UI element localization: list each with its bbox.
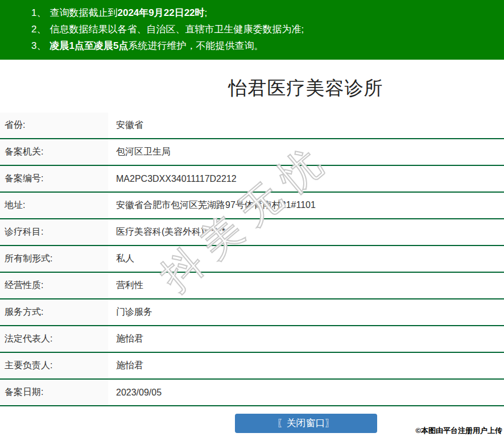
row-value: 安徽省合肥市包河区芜湖路97号体育南村21#1101 <box>108 193 316 218</box>
row-value: 包河区卫生局 <box>108 139 171 165</box>
close-window-button[interactable]: 〖关闭窗口〗 <box>235 414 377 433</box>
notice-text: ; <box>205 7 208 18</box>
row-label: 地址: <box>0 193 108 218</box>
row-label: 备案编号: <box>0 166 108 192</box>
table-row: 备案日期: 2023/09/05 <box>0 380 504 406</box>
page-title: 怡君医疗美容诊所 <box>0 76 504 101</box>
notice-text-bold: 2024年9月22日22时 <box>117 7 204 18</box>
row-value: 私人 <box>108 246 134 272</box>
notice-text: 系统进行维护，不能提供查询。 <box>128 40 263 51</box>
row-label: 法定代表人: <box>0 326 108 352</box>
row-value: 医疗美容科(美容外科)****** <box>108 219 225 245</box>
row-label: 备案日期: <box>0 380 108 405</box>
row-value: 营利性 <box>108 273 143 298</box>
table-row: 诊疗科目: 医疗美容科(美容外科)****** <box>0 219 504 246</box>
notice-text-bold: 凌晨1点至凌晨5点 <box>49 40 128 51</box>
notice-line-1: 1、查询数据截止到2024年9月22日22时; <box>31 5 504 21</box>
notice-banner: 1、查询数据截止到2024年9月22日22时; 2、信息数据结果以各省、自治区、… <box>0 0 504 60</box>
row-value: 施怡君 <box>108 326 143 352</box>
notice-number: 1、 <box>31 7 46 18</box>
table-row: 服务方式: 门诊服务 <box>0 299 504 326</box>
notice-text: 查询数据截止到 <box>49 7 117 18</box>
row-value: MA2PC3DXX34011117D2212 <box>108 166 237 192</box>
row-value: 门诊服务 <box>108 299 152 325</box>
notice-line-3: 3、凌晨1点至凌晨5点系统进行维护，不能提供查询。 <box>31 38 504 54</box>
notice-number: 2、 <box>31 24 46 35</box>
notice-number: 3、 <box>31 40 46 51</box>
table-row: 地址: 安徽省合肥市包河区芜湖路97号体育南村21#1101 <box>0 193 504 219</box>
table-row: 省份: 安徽省 <box>0 113 504 139</box>
row-label: 备案机关: <box>0 139 108 165</box>
row-label: 诊疗科目: <box>0 219 108 245</box>
row-label: 服务方式: <box>0 299 108 325</box>
row-value: 2023/09/05 <box>108 380 162 405</box>
row-label: 经营性质: <box>0 273 108 298</box>
row-label: 省份: <box>0 113 108 138</box>
record-table: 省份: 安徽省 备案机关: 包河区卫生局 备案编号: MA2PC3DXX3401… <box>0 113 504 406</box>
notice-line-2: 2、信息数据结果以各省、自治区、直辖市卫生健康委数据为准; <box>31 21 504 38</box>
notice-text: 信息数据结果以各省、自治区、直辖市卫生健康委数据为准; <box>49 24 304 35</box>
table-row: 经营性质: 营利性 <box>0 273 504 299</box>
row-label: 所有制形式: <box>0 246 108 272</box>
table-row: 主要负责人: 施怡君 <box>0 353 504 380</box>
table-row: 备案机关: 包河区卫生局 <box>0 139 504 166</box>
row-label: 主要负责人: <box>0 353 108 378</box>
row-value: 施怡君 <box>108 353 143 378</box>
page-container: 1、查询数据截止到2024年9月22日22时; 2、信息数据结果以各省、自治区、… <box>0 0 504 433</box>
row-value: 安徽省 <box>108 113 143 138</box>
copyright-note: ©本图由平台注册用户上传 <box>415 426 502 436</box>
table-row: 法定代表人: 施怡君 <box>0 326 504 353</box>
table-row: 备案编号: MA2PC3DXX34011117D2212 <box>0 166 504 193</box>
table-row: 所有制形式: 私人 <box>0 246 504 273</box>
